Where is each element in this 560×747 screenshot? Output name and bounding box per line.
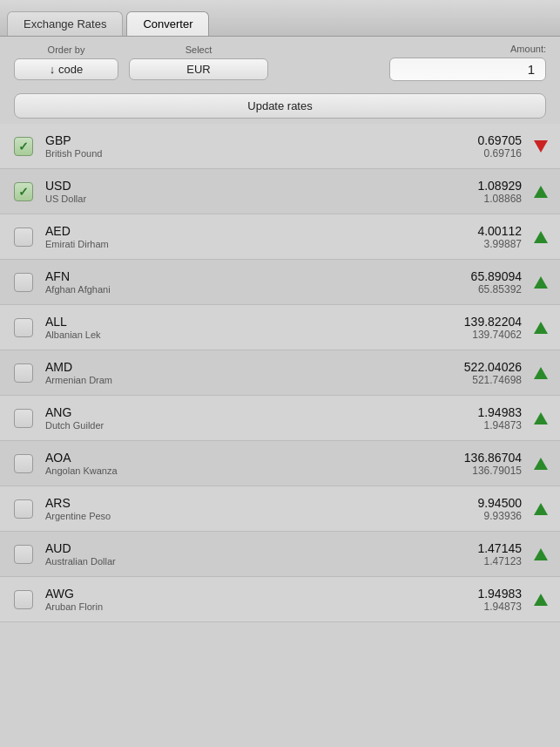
trend-indicator	[532, 548, 550, 560]
order-by-value: ↓ code	[50, 63, 83, 76]
checkbox-area	[10, 273, 37, 292]
currency-sub-value: 0.69716	[477, 147, 522, 160]
checkbox-area	[10, 499, 37, 519]
trend-indicator	[532, 276, 550, 289]
currency-name: Emirati Dirham	[45, 239, 477, 249]
currency-values: 1.94983 1.94873	[477, 587, 522, 613]
currency-sub-value: 3.99887	[477, 238, 522, 250]
currency-checkbox[interactable]: ✓	[14, 182, 33, 201]
currency-code: AWG	[45, 587, 477, 601]
currency-main-value: 1.94983	[477, 587, 522, 601]
currency-checkbox[interactable]	[14, 454, 33, 473]
currency-checkbox[interactable]	[14, 227, 33, 247]
currency-info: ALL Albanian Lek	[37, 315, 464, 340]
currency-row: AWG Aruban Florin 1.94983 1.94873	[0, 577, 560, 622]
currency-checkbox[interactable]	[14, 318, 33, 337]
currency-name: Armenian Dram	[45, 375, 464, 385]
tab-exchange-rates[interactable]: Exchange Rates	[7, 11, 123, 36]
checkmark-icon: ✓	[18, 139, 29, 153]
tab-exchange-rates-label: Exchange Rates	[24, 17, 106, 31]
controls-row: Order by ↓ code Select EUR Amount:	[0, 37, 560, 88]
currency-info: ARS Argentine Peso	[37, 496, 477, 521]
currency-list: ✓ GBP British Pound 0.69705 0.69716 ✓ US…	[0, 124, 560, 747]
amount-input[interactable]	[389, 58, 546, 81]
order-by-button[interactable]: ↓ code	[14, 58, 118, 80]
trend-up-icon	[534, 367, 548, 379]
currency-name: Dutch Guilder	[45, 420, 477, 431]
currency-row: ✓ GBP British Pound 0.69705 0.69716	[0, 124, 560, 169]
checkbox-area	[10, 590, 37, 609]
trend-up-icon	[534, 231, 548, 243]
currency-main-value: 522.04026	[464, 360, 522, 374]
currency-name: British Pound	[45, 148, 477, 159]
update-rates-label: Update rates	[247, 99, 312, 112]
currency-code: USD	[45, 179, 477, 193]
currency-main-value: 1.08929	[477, 179, 522, 193]
order-by-group: Order by ↓ code	[14, 44, 118, 80]
currency-checkbox[interactable]	[14, 499, 33, 519]
currency-values: 9.94500 9.93936	[477, 496, 522, 522]
checkbox-area	[10, 409, 37, 428]
amount-group: Amount:	[279, 44, 546, 81]
currency-checkbox[interactable]	[14, 409, 33, 428]
trend-indicator	[532, 503, 550, 515]
currency-sub-value: 65.85392	[471, 283, 522, 295]
trend-up-icon	[534, 548, 548, 560]
currency-values: 4.00112 3.99887	[477, 224, 522, 250]
currency-code: AFN	[45, 269, 471, 283]
currency-sub-value: 139.74062	[464, 329, 522, 341]
checkmark-icon: ✓	[18, 185, 29, 199]
checkbox-area	[10, 363, 37, 383]
currency-info: AOA Angolan Kwanza	[37, 451, 464, 476]
currency-values: 1.94983 1.94873	[477, 405, 522, 431]
trend-indicator	[532, 186, 550, 198]
currency-checkbox[interactable]	[14, 363, 33, 383]
currency-name: Argentine Peso	[45, 511, 477, 521]
checkbox-area: ✓	[10, 182, 37, 201]
currency-info: GBP British Pound	[37, 133, 477, 159]
currency-info: ANG Dutch Guilder	[37, 405, 477, 431]
currency-values: 65.89094 65.85392	[471, 269, 522, 295]
currency-row: ANG Dutch Guilder 1.94983 1.94873	[0, 396, 560, 441]
currency-values: 522.04026 521.74698	[464, 360, 522, 386]
currency-values: 1.47145 1.47123	[477, 541, 522, 567]
currency-checkbox[interactable]	[14, 545, 33, 564]
trend-up-icon	[534, 276, 548, 289]
currency-checkbox[interactable]	[14, 590, 33, 609]
update-rates-row: Update rates	[0, 88, 560, 124]
currency-main-value: 9.94500	[477, 496, 522, 510]
currency-code: ALL	[45, 315, 464, 329]
currency-values: 1.08929 1.08868	[477, 179, 522, 205]
currency-sub-value: 1.08868	[477, 193, 522, 205]
select-label: Select	[186, 44, 213, 55]
trend-indicator	[532, 231, 550, 243]
currency-main-value: 139.82204	[464, 315, 522, 329]
currency-sub-value: 521.74698	[464, 374, 522, 386]
currency-name: Australian Dollar	[45, 556, 477, 567]
checkbox-area: ✓	[10, 137, 37, 156]
trend-indicator	[532, 594, 550, 606]
currency-name: Afghan Afghani	[45, 284, 471, 295]
currency-row: AMD Armenian Dram 522.04026 521.74698	[0, 350, 560, 396]
tab-converter[interactable]: Converter	[126, 11, 209, 36]
currency-values: 139.82204 139.74062	[464, 315, 522, 341]
currency-code: AMD	[45, 360, 464, 374]
currency-info: AFN Afghan Afghani	[37, 269, 471, 295]
currency-values: 0.69705 0.69716	[477, 133, 522, 160]
currency-checkbox[interactable]	[14, 273, 33, 292]
currency-checkbox[interactable]: ✓	[14, 137, 33, 156]
currency-name: Aruban Florin	[45, 601, 477, 612]
currency-name: Angolan Kwanza	[45, 465, 464, 476]
checkbox-area	[10, 227, 37, 247]
currency-row: AOA Angolan Kwanza 136.86704 136.79015	[0, 441, 560, 486]
trend-indicator	[532, 412, 550, 424]
currency-code: ARS	[45, 496, 477, 510]
currency-sub-value: 136.79015	[464, 465, 522, 477]
checkbox-area	[10, 454, 37, 473]
currency-info: AED Emirati Dirham	[37, 224, 477, 249]
select-button[interactable]: EUR	[129, 58, 268, 80]
currency-row: AFN Afghan Afghani 65.89094 65.85392	[0, 260, 560, 305]
trend-indicator	[532, 367, 550, 379]
currency-code: GBP	[45, 133, 477, 147]
update-rates-button[interactable]: Update rates	[14, 93, 546, 119]
